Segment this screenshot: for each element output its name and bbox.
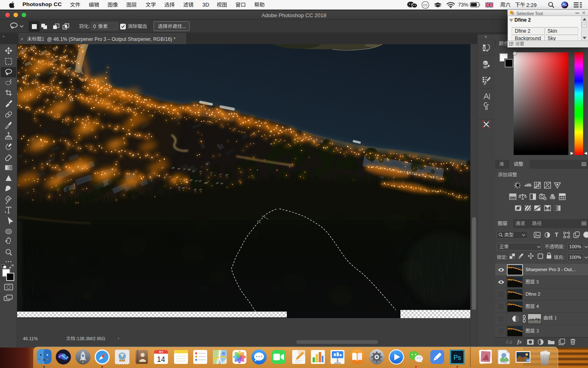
svg-text:14: 14 [157, 355, 165, 364]
svg-text:T: T [555, 231, 559, 238]
svg-text:PNG: PNG [501, 361, 507, 364]
svg-text:CC: CC [423, 3, 428, 7]
svg-text:Ps: Ps [454, 354, 461, 361]
svg-text:3D: 3D [222, 353, 225, 356]
svg-text:fx: fx [517, 339, 522, 345]
